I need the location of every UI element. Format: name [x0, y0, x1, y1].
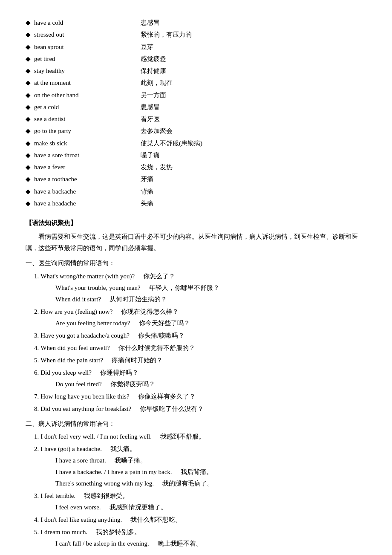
- bullet-icon: ◆: [26, 29, 31, 40]
- bullet-icon: ◆: [26, 162, 31, 173]
- bullet-icon: ◆: [26, 138, 31, 149]
- english-term: have a fever: [34, 162, 132, 173]
- item-english: Did you sleep well?: [40, 367, 92, 379]
- english-term: have a sore throat: [34, 150, 132, 161]
- sub-chinese: 我的腿有毛病了。: [162, 480, 213, 487]
- item-chinese: 我什么都不想吃。: [130, 514, 182, 526]
- english-term: go to the party: [34, 125, 132, 136]
- chinese-meaning: 背痛: [141, 186, 153, 197]
- sub-chinese: 我后背痛。: [181, 468, 213, 475]
- vocab-row: ◆ go to the party 去参加聚会: [26, 125, 366, 136]
- grammar-item-main: 1.I don't feel very well. / I'm not feel…: [34, 431, 366, 442]
- grammar-item-main: 1.What's wrong/the matter (with you)?你怎么…: [34, 271, 366, 282]
- item-num: 2.: [34, 443, 39, 455]
- item-chinese: 我感到很难受。: [84, 490, 129, 502]
- chinese-meaning: 去参加聚会: [141, 125, 173, 136]
- grammar-item-main: 7.How long have you been like this?你像这样有…: [34, 391, 366, 402]
- grammar-item: 1.I don't feel very well. / I'm not feel…: [34, 431, 366, 442]
- sub-chinese: 你今天好些了吗？: [139, 320, 190, 327]
- english-term: make sb sick: [34, 138, 132, 149]
- grammar-item-sub: Are you feeling better today?你今天好些了吗？: [55, 318, 366, 329]
- grammar-item: 5.When did the pain start?疼痛何时开始的？: [34, 355, 366, 366]
- chinese-meaning: 嗓子痛: [141, 150, 160, 161]
- item-num: 2.: [34, 306, 39, 318]
- chinese-meaning: 看牙医: [141, 113, 160, 124]
- item-english: I feel terrible.: [40, 490, 75, 502]
- item-english: Have you got a headache/a cough?: [40, 330, 130, 341]
- english-term: get a cold: [34, 101, 132, 113]
- item-num: 5.: [34, 355, 39, 366]
- item-num: 1.: [34, 271, 39, 282]
- vocab-row: ◆ have a cold 患感冒: [26, 17, 366, 28]
- grammar-item: 2.I have (got) a headache.我头痛。I have a s…: [34, 443, 366, 489]
- item-num: 6.: [34, 367, 39, 379]
- item-chinese: 你现在觉得怎么样？: [121, 306, 179, 318]
- item-english: Did you eat anything for breakfast?: [40, 403, 131, 415]
- grammar-item-sub: I have a backache. / I have a pain in my…: [55, 466, 366, 478]
- sub-english: What's your trouble, young man?: [55, 284, 141, 291]
- vocab-row: ◆ get a cold 患感冒: [26, 101, 366, 113]
- vocab-row: ◆ have a headache 头痛: [26, 198, 366, 209]
- english-term: get tired: [34, 53, 132, 64]
- sub-chinese: 我嗓子痛。: [115, 457, 147, 464]
- grammar-item: 7.How long have you been like this?你像这样有…: [34, 391, 366, 402]
- english-term: see a dentist: [34, 113, 132, 124]
- bullet-icon: ◆: [26, 150, 31, 161]
- item-chinese: 你怎么了？: [143, 271, 175, 282]
- bullet-icon: ◆: [26, 186, 31, 197]
- grammar-item: 3.I feel terrible.我感到很难受。I feel even wor…: [34, 490, 366, 513]
- part1-items: 1.What's wrong/the matter (with you)?你怎么…: [26, 271, 366, 415]
- bullet-icon: ◆: [26, 125, 31, 136]
- sub-english: I have a backache. / I have a pain in my…: [55, 468, 172, 475]
- grammar-item: 3.Have you got a headache/a cough?你头痛/咳嗽…: [34, 330, 366, 341]
- vocab-row: ◆ stay healthy 保持健康: [26, 65, 366, 76]
- grammar-item-main: 5.I dream too much.我的梦特别多。: [34, 526, 366, 538]
- item-chinese: 你睡得好吗？: [100, 367, 138, 379]
- item-chinese: 疼痛何时开始的？: [112, 355, 163, 366]
- sub-english: I feel even worse.: [55, 504, 101, 511]
- item-num: 7.: [34, 391, 39, 402]
- chinese-meaning: 感觉疲惫: [141, 53, 166, 64]
- part2-title: 二、病人诉说病情的常用语句：: [26, 418, 366, 429]
- chinese-meaning: 患感冒: [141, 17, 160, 28]
- grammar-item-sub: I have a sore throat.我嗓子痛。: [55, 455, 366, 466]
- vocab-row: ◆ make sb sick 使某人不舒服(患锁病): [26, 138, 366, 149]
- grammar-item-main: 4.When did you feel unwell?你什么时候觉得不舒服的？: [34, 342, 366, 354]
- item-num: 4.: [34, 514, 39, 526]
- item-num: 5.: [34, 526, 39, 538]
- vocabulary-list: ◆ have a cold 患感冒 ◆ stressed out 紧张的，有压力…: [26, 17, 366, 209]
- vocab-row: ◆ have a toothache 牙痛: [26, 173, 366, 185]
- sub-english: There's something wrong with my leg.: [55, 480, 154, 487]
- sub-english: I can't fall / be asleep in the evening.: [55, 540, 149, 547]
- vocab-row: ◆ at the moment 此刻，现在: [26, 77, 366, 88]
- grammar-item-main: 6.Did you sleep well?你睡得好吗？: [34, 367, 366, 379]
- item-chinese: 我头痛。: [110, 443, 136, 455]
- part2-items: 1.I don't feel very well. / I'm not feel…: [26, 431, 366, 549]
- item-num: 3.: [34, 330, 39, 341]
- english-term: at the moment: [34, 77, 132, 88]
- item-num: 8.: [34, 403, 39, 415]
- grammar-item-main: 4.I don't feel like eating anything.我什么都…: [34, 514, 366, 526]
- chinese-meaning: 发烧，发热: [141, 162, 173, 173]
- sub-chinese: 年轻人，你哪里不舒服？: [149, 284, 219, 291]
- item-chinese: 我的梦特别多。: [96, 526, 141, 538]
- item-chinese: 你头痛/咳嗽吗？: [138, 330, 184, 341]
- grammar-item-sub: I feel even worse.我感到情况更糟了。: [55, 502, 366, 513]
- english-term: have a backache: [34, 186, 132, 197]
- bullet-icon: ◆: [26, 65, 31, 76]
- grammar-item: 6.Did you sleep well?你睡得好吗？Do you feel t…: [34, 367, 366, 390]
- grammar-item: 4.When did you feel unwell?你什么时候觉得不舒服的？: [34, 342, 366, 354]
- item-english: I don't feel like eating anything.: [40, 514, 122, 526]
- sub-chinese: 我感到情况更糟了。: [110, 504, 167, 511]
- grammar-item-main: 2.How are you (feeling) now?你现在觉得怎么样？: [34, 306, 366, 318]
- english-term: bean sprout: [34, 41, 132, 52]
- bullet-icon: ◆: [26, 101, 31, 113]
- grammar-item-main: 5.When did the pain start?疼痛何时开始的？: [34, 355, 366, 366]
- item-english: I dream too much.: [40, 526, 87, 538]
- grammar-item-main: 2.I have (got) a headache.我头痛。: [34, 443, 366, 455]
- grammar-item-main: 3.Have you got a headache/a cough?你头痛/咳嗽…: [34, 330, 366, 341]
- grammar-item-sub: Do you feel tired?你觉得疲劳吗？: [55, 379, 366, 390]
- grammar-item-sub: What's your trouble, young man?年轻人，你哪里不舒…: [55, 282, 366, 294]
- bullet-icon: ◆: [26, 77, 31, 88]
- item-num: 3.: [34, 490, 39, 502]
